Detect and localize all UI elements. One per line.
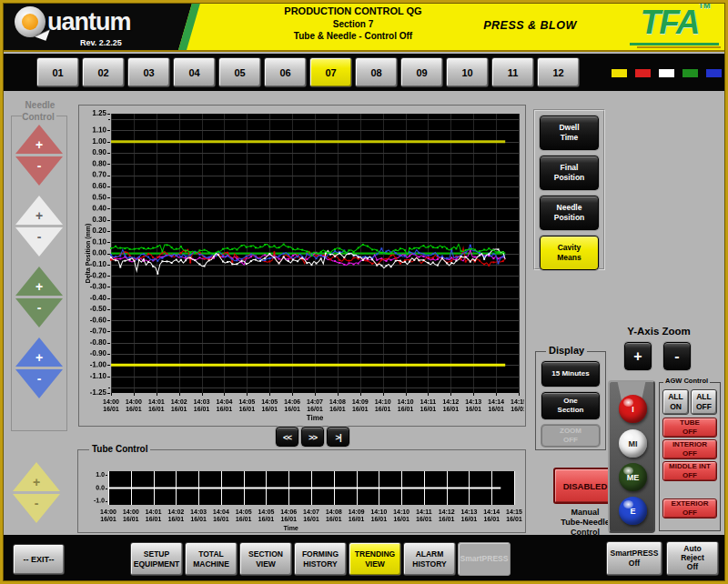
section-button-06[interactable]: 06 [264, 57, 307, 87]
agw-button-exterior-off[interactable]: EXTERIOR OFF [662, 498, 717, 519]
cavity-color-legend [612, 69, 722, 77]
trend-type-panel: Dwell TimeFinal PositionNeedle PositionC… [533, 109, 605, 270]
section-button-05[interactable]: 05 [218, 57, 261, 87]
exit-button[interactable]: -- EXIT-- [13, 544, 65, 575]
section-button-02[interactable]: 02 [82, 57, 125, 87]
agw-button-middle-int-off[interactable]: MIDDLE INT OFF [662, 461, 717, 481]
indicator-ball-i: I [619, 395, 647, 423]
hmi-screen: uantum Rev. 2.2.25 PRODUCTION CONTROL QG… [0, 0, 728, 584]
tube-updown-buttons: +- [13, 462, 60, 523]
indicator-ball-e: E [619, 497, 647, 525]
nav-button-total-machine[interactable]: TOTAL MACHINE [185, 542, 238, 576]
tfa-underline [630, 43, 719, 45]
y-axis-zoom-out-button[interactable]: - [663, 342, 691, 370]
tube-updown-minus-button[interactable]: - [13, 494, 60, 523]
chart-rewind-button[interactable]: << [276, 427, 298, 447]
display-groupbox: 15 MinutesOne SectionZOOM OFF [535, 351, 606, 450]
title-line3: Tube & Needle - Control Off [264, 30, 442, 43]
display-label: Display [546, 345, 587, 356]
quantum-logo-text: uantum [47, 8, 131, 36]
display-button-zoom-off: ZOOM OFF [541, 425, 600, 447]
tube-control-chart [79, 451, 524, 531]
needle-control-buttons: +-+-+-+- [15, 125, 63, 398]
section-button-01[interactable]: 01 [36, 57, 79, 87]
main-trend-chart [80, 106, 524, 425]
auto-reject-off-button[interactable]: Auto Reject Off [666, 541, 719, 576]
legend-swatch-3 [659, 69, 674, 77]
tube-control-panel [77, 449, 526, 533]
y-axis-zoom-label: Y-Axis Zoom [617, 326, 701, 337]
title-line1: PRODUCTION CONTROL QG [264, 5, 442, 18]
section-button-10[interactable]: 10 [446, 57, 489, 87]
section-button-09[interactable]: 09 [400, 57, 443, 87]
legend-swatch-4 [682, 69, 698, 77]
nav-button-section-view[interactable]: SECTION VIEW [239, 542, 292, 576]
chart-forward-button[interactable]: >> [301, 427, 324, 447]
section-bar: 010203040506070809101112 [0, 54, 728, 91]
nav-button-setup-equipment[interactable]: SETUP EQUIPMENT [130, 542, 183, 576]
needle-updown-3: +- [15, 267, 63, 327]
section-buttons: 010203040506070809101112 [36, 57, 580, 87]
needle-updown-3-minus-button[interactable]: - [15, 298, 63, 327]
quantum-q-icon [15, 6, 46, 37]
bottom-bar: -- EXIT-- SETUP EQUIPMENTTOTAL MACHINESE… [0, 535, 728, 581]
quantum-logo: uantum [15, 6, 131, 37]
nav-button-smartpress: SmartPRESS [458, 542, 511, 576]
tfa-logo: TFATM [632, 2, 719, 42]
tube-updown: +- [13, 462, 60, 523]
agw-all-off-button[interactable]: ALL OFF [691, 389, 717, 415]
legend-swatch-1 [612, 69, 627, 77]
agw-control-groupbox: ALL ONALL OFFTUBE OFFINTERIOR OFFMIDDLE … [659, 382, 721, 531]
chart-to-end-button[interactable]: >| [327, 427, 349, 447]
needle-updown-2-plus-button[interactable]: + [15, 196, 63, 225]
needle-updown-2-minus-button[interactable]: - [15, 227, 63, 257]
agw-control-label: AGW Control [663, 377, 710, 385]
nav-button-forming-history[interactable]: FORMING HISTORY [294, 542, 347, 576]
needle-updown-1-minus-button[interactable]: - [15, 156, 63, 186]
needle-updown-1: +- [15, 125, 63, 186]
logo-revision: Rev. 2.2.25 [80, 38, 122, 47]
needle-updown-4-minus-button[interactable]: - [15, 369, 63, 398]
trend-button-final-position[interactable]: Final Position [540, 156, 599, 190]
needle-updown-4: +- [15, 337, 63, 398]
trend-button-cavity-means[interactable]: Cavity Means [540, 236, 599, 270]
needle-control-label: Needle Control [11, 100, 67, 123]
agw-button-tube-off[interactable]: TUBE OFF [662, 418, 717, 438]
agw-all-on-button[interactable]: ALL ON [662, 389, 689, 415]
bottom-right-buttons: SmartPRESS OffAuto Reject Off [606, 541, 719, 576]
title-line2: Section 7 [264, 18, 442, 31]
quantum-q-center [22, 14, 38, 30]
section-button-03[interactable]: 03 [127, 57, 170, 87]
indicator-ball-me: ME [619, 463, 647, 491]
header: uantum Rev. 2.2.25 PRODUCTION CONTROL QG… [0, 0, 728, 52]
nav-button-alarm-history[interactable]: ALARM HISTORY [403, 542, 456, 576]
chart-nav-buttons: << >> >| [276, 427, 349, 447]
smartpress-off-button[interactable]: SmartPRESS Off [606, 541, 662, 576]
needle-updown-1-plus-button[interactable]: + [15, 125, 63, 154]
section-button-12[interactable]: 12 [537, 57, 580, 87]
y-axis-zoom-in-button[interactable]: + [624, 342, 652, 370]
bottom-nav: SETUP EQUIPMENTTOTAL MACHINESECTION VIEW… [130, 542, 511, 576]
trend-button-dwell-time[interactable]: Dwell Time [540, 116, 599, 150]
section-button-07[interactable]: 07 [309, 57, 352, 87]
tube-control-label: Tube Control [89, 444, 150, 454]
display-button-one-section[interactable]: One Section [541, 392, 600, 419]
legend-swatch-2 [635, 69, 651, 77]
section-button-04[interactable]: 04 [173, 57, 216, 87]
mode-label: PRESS & BLOW [460, 19, 601, 32]
trend-button-needle-position[interactable]: Needle Position [540, 196, 599, 230]
tfa-underline-shadow [637, 46, 721, 48]
agw-button-interior-off[interactable]: INTERIOR OFF [662, 439, 717, 459]
needle-updown-2: +- [15, 196, 63, 257]
display-button-15-minutes[interactable]: 15 Minutes [541, 361, 600, 387]
indicator-ball-mi: MI [619, 429, 647, 458]
tfa-tm: TM [698, 1, 710, 10]
section-button-11[interactable]: 11 [491, 57, 534, 87]
section-button-08[interactable]: 08 [355, 57, 398, 87]
needle-updown-4-plus-button[interactable]: + [15, 337, 63, 367]
main-chart-panel [78, 105, 526, 427]
needle-updown-3-plus-button[interactable]: + [15, 267, 63, 296]
tube-updown-plus-button[interactable]: + [13, 462, 60, 491]
page-title: PRODUCTION CONTROL QG Section 7 Tube & N… [264, 5, 442, 43]
nav-button-trending-view[interactable]: TRENDING VIEW [349, 542, 401, 576]
